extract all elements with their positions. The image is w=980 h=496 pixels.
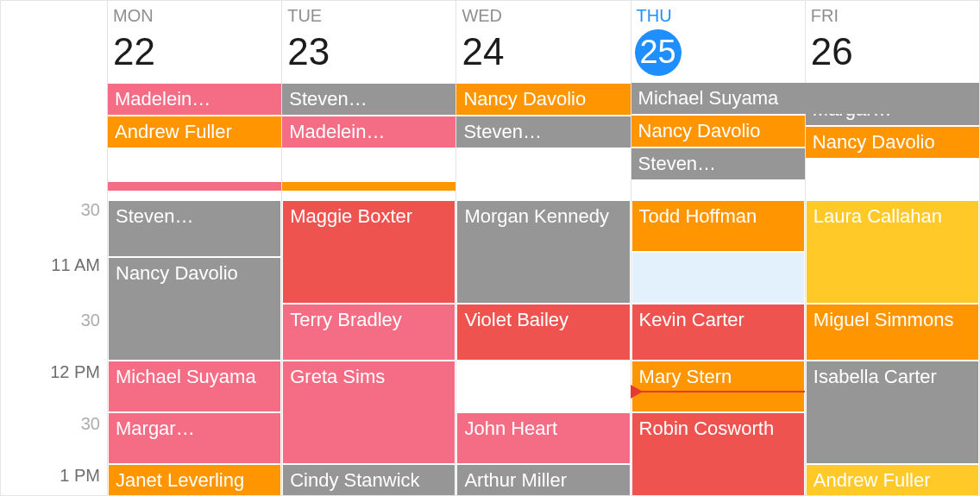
day-of-week-label: WED (456, 6, 630, 26)
time-label: 30 (81, 200, 100, 220)
timed-event-slot[interactable]: John Heart (457, 413, 629, 463)
timed-event[interactable]: Arthur Miller (457, 465, 629, 496)
strip-indicator (282, 182, 455, 191)
days-container: MON22Madelein…Andrew FullerSteven…Nancy … (107, 1, 979, 495)
timed-event[interactable]: Michael Suyama (109, 361, 280, 411)
timed-event[interactable]: Margar… (109, 413, 280, 463)
timed-event[interactable]: Isabella Carter (807, 361, 978, 463)
timed-event[interactable]: Violet Bailey (457, 305, 629, 360)
day-number: 24 (456, 26, 630, 77)
allday-event[interactable]: Nancy Davolio (806, 127, 979, 158)
timed-event-slot[interactable]: Greta Sims (283, 361, 455, 463)
timed-event[interactable]: Terry Bradley (283, 305, 455, 360)
day-of-week-label: FRI (806, 6, 979, 26)
timed-event-slot[interactable]: Kevin Carter (632, 305, 804, 360)
day-number: 25 (635, 29, 682, 76)
day-column[interactable]: TUE23Steven…Madelein…Maggie BoxterTerry … (281, 1, 455, 495)
timed-event[interactable]: Robin Cosworth (632, 413, 804, 496)
timed-event-slot[interactable]: Robin Cosworth (632, 413, 804, 496)
timed-event[interactable]: Kevin Carter (632, 305, 804, 360)
timed-event-slot[interactable] (632, 253, 804, 303)
day-number: 22 (108, 26, 281, 77)
day-number: 23 (282, 26, 455, 77)
time-label: 11 AM (51, 255, 100, 275)
timed-event[interactable]: Todd Hoffman (632, 201, 804, 251)
strip-indicator (108, 182, 281, 191)
day-column[interactable]: FRI26Margar…Nancy DavolioLaura CallahanM… (805, 1, 979, 495)
allday-event[interactable]: Andrew Fuller (108, 116, 281, 148)
timed-event[interactable]: Greta Sims (283, 361, 455, 463)
time-axis: 3011 AM3012 PM301 PM (1, 1, 107, 495)
time-label: 12 PM (50, 362, 100, 382)
now-indicator-arrow-icon (631, 385, 643, 399)
now-indicator-line (631, 391, 805, 392)
allday-section: Steven…Madelein… (282, 84, 455, 148)
timed-event-slot[interactable]: Maggie Boxter (283, 201, 455, 303)
timed-event[interactable]: Maggie Boxter (283, 201, 455, 303)
day-of-week-label: THU (631, 6, 805, 26)
allday-event[interactable]: Steven… (456, 116, 630, 148)
timed-event-slot[interactable]: Miguel Simmons (807, 305, 978, 360)
timed-event[interactable]: Janet Leverling (109, 465, 280, 496)
allday-event[interactable]: Madelein… (282, 116, 455, 148)
allday-event[interactable]: Steven… (631, 148, 805, 179)
day-column[interactable]: WED24Nancy DavolioSteven…Morgan KennedyV… (455, 1, 630, 495)
allday-event[interactable]: Nancy Davolio (456, 84, 630, 115)
timed-event-slot[interactable]: Mary Stern (632, 361, 804, 411)
allday-section: Madelein…Andrew Fuller (108, 84, 281, 148)
timed-event[interactable]: Nancy Davolio (109, 258, 280, 360)
timed-event-slot[interactable]: Todd Hoffman (632, 201, 804, 251)
time-label: 30 (81, 311, 100, 330)
timed-event-slot[interactable]: Morgan Kennedy (457, 201, 629, 303)
day-header[interactable]: MON22 (108, 1, 281, 84)
timed-event-slot[interactable]: Violet Bailey (457, 305, 629, 360)
timed-event-slot[interactable]: Terry Bradley (283, 305, 455, 360)
timed-event-slot[interactable]: Nancy Davolio (109, 258, 280, 360)
timed-event[interactable]: Steven… (109, 201, 280, 256)
timed-event[interactable]: Morgan Kennedy (457, 201, 629, 303)
day-column[interactable]: THU25Michael SuyamaNancy DavolioSteven…T… (631, 1, 805, 495)
timed-event-slot[interactable]: Andrew Fuller (807, 465, 978, 496)
day-of-week-label: TUE (282, 6, 455, 26)
allday-section: Michael SuyamaNancy DavolioSteven… (631, 83, 805, 179)
time-label: 30 (81, 414, 100, 434)
timed-event-slot[interactable]: Cindy Stanwick (283, 465, 455, 496)
timed-event-slot[interactable]: Michael Suyama (109, 361, 280, 411)
timed-event[interactable]: John Heart (457, 413, 629, 463)
calendar-week-view: 3011 AM3012 PM301 PM MON22Madelein…Andre… (1, 1, 979, 495)
day-header[interactable]: WED24 (456, 1, 630, 84)
timed-event-slot[interactable]: Janet Leverling (109, 465, 280, 496)
timed-event[interactable]: Cindy Stanwick (283, 465, 455, 496)
timed-event[interactable]: Miguel Simmons (807, 305, 978, 360)
timed-event-slot[interactable]: Laura Callahan (807, 201, 978, 303)
timed-event[interactable] (632, 253, 804, 303)
timed-event[interactable]: Andrew Fuller (807, 465, 978, 496)
time-label: 1 PM (60, 466, 100, 486)
day-header[interactable]: TUE23 (282, 1, 455, 84)
day-number: 26 (806, 26, 979, 77)
allday-event[interactable]: Madelein… (108, 84, 281, 115)
timed-event[interactable]: Mary Stern (632, 361, 804, 411)
timed-event-slot[interactable]: Isabella Carter (807, 361, 978, 463)
timed-event-slot[interactable]: Margar… (109, 413, 280, 463)
allday-event[interactable]: Michael Suyama (631, 83, 979, 114)
allday-event[interactable]: Steven… (282, 84, 455, 115)
timed-event-slot[interactable]: Steven… (109, 201, 280, 256)
day-of-week-label: MON (108, 6, 281, 26)
day-header[interactable]: THU25 (631, 1, 805, 83)
timed-event-slot[interactable]: Arthur Miller (457, 465, 629, 496)
day-column[interactable]: MON22Madelein…Andrew FullerSteven…Nancy … (107, 1, 281, 495)
timed-event[interactable]: Laura Callahan (807, 201, 978, 303)
day-header[interactable]: FRI26 (806, 1, 979, 84)
allday-event[interactable]: Nancy Davolio (631, 116, 805, 147)
allday-section: Nancy DavolioSteven… (456, 84, 630, 148)
